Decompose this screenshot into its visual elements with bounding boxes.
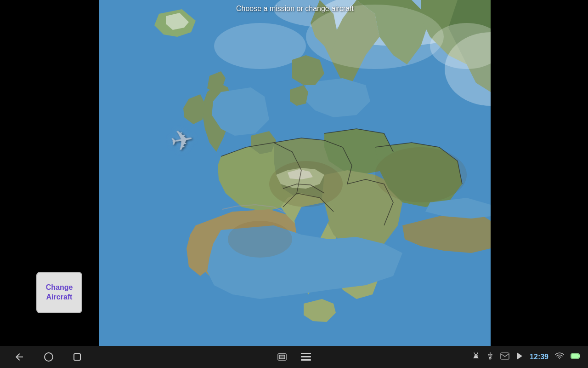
- svg-point-6: [228, 221, 292, 258]
- svg-rect-27: [579, 355, 580, 357]
- back-button[interactable]: [14, 351, 25, 362]
- gmail-icon: [500, 352, 509, 362]
- android-icon: [472, 352, 480, 362]
- change-aircraft-label: ChangeAircraft: [46, 283, 73, 302]
- change-aircraft-button[interactable]: ChangeAircraft: [36, 272, 82, 313]
- svg-rect-14: [301, 353, 311, 354]
- game-area: ✈ Choose a mission or change aircraft: [99, 0, 491, 346]
- svg-point-19: [477, 355, 478, 356]
- home-button[interactable]: [43, 351, 54, 362]
- center-nav-icons: [277, 352, 311, 362]
- recents-button[interactable]: [73, 352, 82, 362]
- svg-rect-28: [571, 354, 579, 358]
- svg-rect-15: [301, 356, 311, 357]
- svg-rect-13: [279, 355, 285, 359]
- nav-buttons: [0, 351, 472, 362]
- svg-point-4: [269, 161, 343, 207]
- svg-rect-16: [301, 359, 311, 361]
- svg-point-18: [475, 355, 475, 356]
- map-background: [99, 0, 491, 346]
- svg-rect-25: [501, 353, 509, 359]
- svg-point-22: [474, 352, 475, 353]
- time-display: 12:39: [530, 353, 548, 361]
- svg-point-23: [477, 352, 478, 353]
- svg-rect-11: [74, 354, 80, 360]
- instruction-label: Choose a mission or change aircraft: [236, 5, 354, 12]
- menu-button[interactable]: [301, 353, 311, 361]
- status-icons-area: 12:39: [472, 352, 588, 362]
- wifi-icon: [555, 352, 564, 362]
- battery-icon: [571, 353, 581, 361]
- screenshot-button[interactable]: [277, 352, 287, 362]
- android-bottom-bar: 12:39: [0, 346, 588, 368]
- instruction-text: Choose a mission or change aircraft: [236, 5, 354, 13]
- play-icon: [516, 352, 523, 362]
- usb-icon: [486, 352, 494, 362]
- svg-point-9: [306, 5, 444, 69]
- svg-point-10: [45, 353, 53, 361]
- svg-point-5: [375, 147, 467, 202]
